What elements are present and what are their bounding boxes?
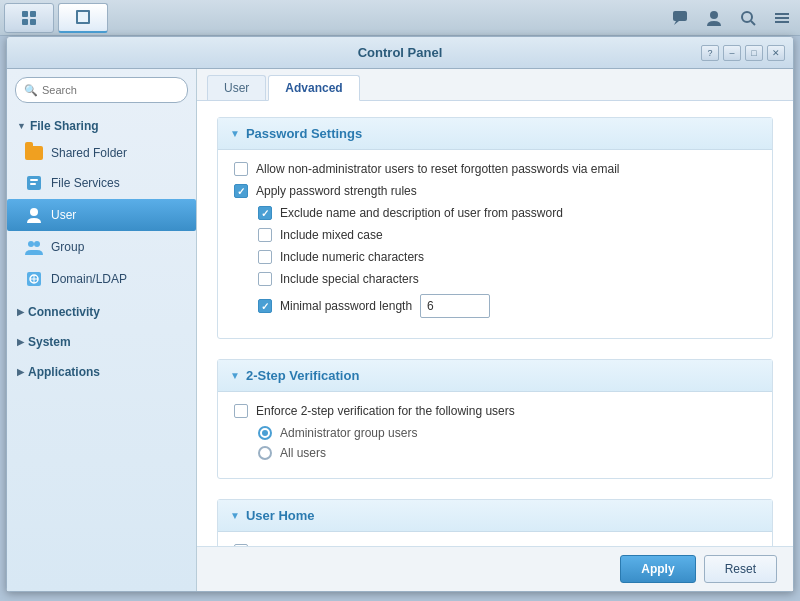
user-label: User [51,208,76,222]
enforce-2step-label: Enforce 2-step verification for the foll… [256,404,515,418]
sidebar-item-user[interactable]: User [7,199,196,231]
svg-rect-0 [673,11,687,21]
exclude-name-checkbox[interactable] [258,206,272,220]
svg-point-3 [742,12,752,22]
enforce-2step-checkbox[interactable] [234,404,248,418]
apps-taskbar-btn[interactable] [4,3,54,33]
two-step-header[interactable]: ▼ 2-Step Verification [218,360,772,392]
allow-reset-label: Allow non-administrator users to reset f… [256,162,620,176]
exclude-name-label: Exclude name and description of user fro… [280,206,563,220]
svg-rect-7 [775,21,789,23]
window-controls: ? – □ ✕ [701,45,785,61]
sidebar-item-group[interactable]: Group [7,231,196,263]
svg-rect-6 [775,17,789,19]
user-icon [705,9,723,27]
apply-strength-label: Apply password strength rules [256,184,417,198]
menu-icon [773,9,791,27]
min-length-row: Minimal password length [234,294,756,318]
svg-point-13 [34,241,40,247]
group-icon [25,238,43,256]
chevron-right-icon3: ▶ [17,367,24,377]
user-home-body: Enable user home service Location: Volum… [218,532,772,546]
admin-group-radio[interactable] [258,426,272,440]
password-settings-body: Allow non-administrator users to reset f… [218,150,772,338]
magnify-icon [739,9,757,27]
minimize-button[interactable]: – [723,45,741,61]
user-sidebar-icon [25,206,43,224]
sidebar-item-shared-folder[interactable]: Shared Folder [7,139,196,167]
chevron-right-icon: ▶ [17,307,24,317]
special-label: Include special characters [280,272,419,286]
password-settings-section: ▼ Password Settings Allow non-administra… [217,117,773,339]
exclude-name-row: Exclude name and description of user fro… [234,206,756,220]
content-area: ▼ Password Settings Allow non-administra… [197,101,793,546]
sidebar-item-file-services[interactable]: File Services [7,167,196,199]
connectivity-header[interactable]: ▶ Connectivity [7,299,196,325]
min-length-input[interactable] [420,294,490,318]
search-button[interactable] [734,6,762,30]
system-label: System [28,335,71,349]
menu-button[interactable] [768,6,796,30]
applications-header[interactable]: ▶ Applications [7,359,196,385]
file-sharing-header[interactable]: ▼ File Sharing [7,113,196,139]
taskbar [0,0,800,36]
domain-icon [25,270,43,288]
min-length-checkbox[interactable] [258,299,272,313]
user-button[interactable] [700,6,728,30]
restore-button[interactable]: □ [745,45,763,61]
user-home-title: User Home [246,508,315,523]
sidebar-section-file-sharing: ▼ File Sharing Shared Folder File Servic… [7,111,196,297]
help-button[interactable]: ? [701,45,719,61]
chevron-down-icon: ▼ [17,121,26,131]
main-content: User Advanced ▼ Password Settings [197,69,793,591]
all-users-radio[interactable] [258,446,272,460]
file-services-label: File Services [51,176,120,190]
svg-point-2 [710,11,718,19]
apply-button[interactable]: Apply [620,555,695,583]
tab-user[interactable]: User [207,75,266,100]
user-home-header[interactable]: ▼ User Home [218,500,772,532]
special-checkbox[interactable] [258,272,272,286]
mixed-case-label: Include mixed case [280,228,383,242]
window-title: Control Panel [358,45,443,60]
close-button[interactable]: ✕ [767,45,785,61]
control-panel-window: Control Panel ? – □ ✕ 🔍 ▼ File Sharing [6,36,794,592]
mixed-case-row: Include mixed case [234,228,756,242]
two-step-body: Enforce 2-step verification for the foll… [218,392,772,478]
apply-strength-checkbox[interactable] [234,184,248,198]
two-step-title: 2-Step Verification [246,368,359,383]
window-taskbar-btn[interactable] [58,3,108,33]
password-settings-header[interactable]: ▼ Password Settings [218,118,772,150]
window-icon [76,10,90,24]
sidebar-item-domain-ldap[interactable]: Domain/LDAP [7,263,196,295]
section-chevron-icon2: ▼ [230,370,240,381]
domain-ldap-label: Domain/LDAP [51,272,127,286]
group-label: Group [51,240,84,254]
chat-button[interactable] [666,6,694,30]
svg-rect-10 [30,183,36,185]
applications-label: Applications [28,365,100,379]
search-box[interactable]: 🔍 [15,77,188,103]
password-settings-title: Password Settings [246,126,362,141]
all-users-label: All users [280,446,326,460]
sidebar-section-applications: ▶ Applications [7,357,196,387]
system-header[interactable]: ▶ System [7,329,196,355]
sidebar-section-system: ▶ System [7,327,196,357]
chevron-right-icon2: ▶ [17,337,24,347]
mixed-case-checkbox[interactable] [258,228,272,242]
file-sharing-label: File Sharing [30,119,99,133]
connectivity-label: Connectivity [28,305,100,319]
allow-reset-row: Allow non-administrator users to reset f… [234,162,756,176]
sidebar-section-connectivity: ▶ Connectivity [7,297,196,327]
shared-folder-label: Shared Folder [51,146,127,160]
search-icon: 🔍 [24,84,38,97]
reset-button[interactable]: Reset [704,555,777,583]
sidebar-search-area: 🔍 [7,69,196,111]
search-input[interactable] [42,84,179,96]
admin-group-label: Administrator group users [280,426,417,440]
allow-reset-checkbox[interactable] [234,162,248,176]
user-home-section: ▼ User Home Enable user home service Loc… [217,499,773,546]
tab-advanced[interactable]: Advanced [268,75,359,101]
admin-group-row: Administrator group users [234,426,756,440]
numeric-checkbox[interactable] [258,250,272,264]
